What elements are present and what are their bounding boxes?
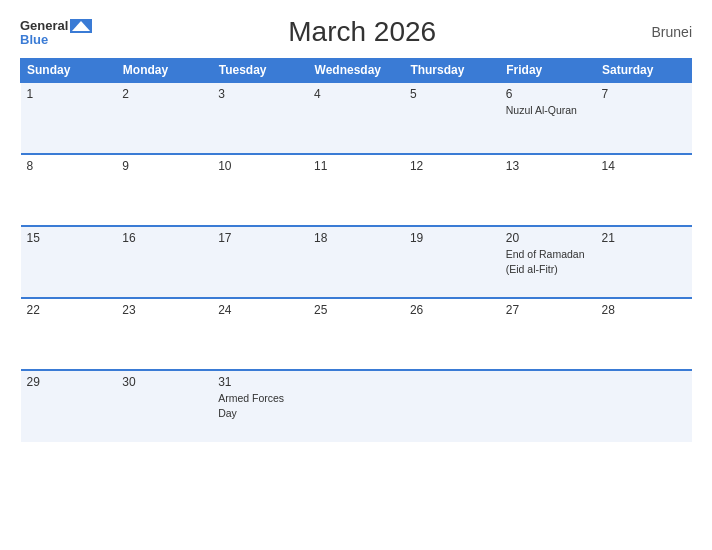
day-number: 12 [410, 159, 494, 173]
event-label: Nuzul Al-Quran [506, 104, 577, 116]
day-number: 23 [122, 303, 206, 317]
day-number: 21 [602, 231, 686, 245]
col-monday: Monday [116, 59, 212, 83]
calendar-cell: 26 [404, 298, 500, 370]
col-wednesday: Wednesday [308, 59, 404, 83]
day-number: 24 [218, 303, 302, 317]
day-number: 31 [218, 375, 302, 389]
calendar-cell: 20End of Ramadan (Eid al-Fitr) [500, 226, 596, 298]
calendar-cell: 9 [116, 154, 212, 226]
calendar-row-4: 22232425262728 [21, 298, 692, 370]
calendar-cell: 22 [21, 298, 117, 370]
country-label: Brunei [632, 24, 692, 40]
logo-general-text: General [20, 19, 68, 32]
calendar-cell: 1 [21, 82, 117, 154]
day-number: 1 [27, 87, 111, 101]
calendar-cell [404, 370, 500, 442]
page: General Blue March 2026 Brunei Sunday Mo… [0, 0, 712, 550]
day-number: 26 [410, 303, 494, 317]
day-number: 25 [314, 303, 398, 317]
calendar-cell: 31Armed Forces Day [212, 370, 308, 442]
day-number: 30 [122, 375, 206, 389]
calendar-cell: 24 [212, 298, 308, 370]
logo-flag-icon [70, 19, 92, 33]
day-number: 3 [218, 87, 302, 101]
calendar-cell: 4 [308, 82, 404, 154]
calendar-cell: 11 [308, 154, 404, 226]
day-number: 29 [27, 375, 111, 389]
col-saturday: Saturday [596, 59, 692, 83]
col-sunday: Sunday [21, 59, 117, 83]
calendar-row-1: 123456Nuzul Al-Quran7 [21, 82, 692, 154]
day-number: 9 [122, 159, 206, 173]
day-number: 13 [506, 159, 590, 173]
calendar-cell: 15 [21, 226, 117, 298]
calendar-cell: 2 [116, 82, 212, 154]
calendar-cell: 17 [212, 226, 308, 298]
col-tuesday: Tuesday [212, 59, 308, 83]
logo: General Blue [20, 19, 92, 46]
day-number: 4 [314, 87, 398, 101]
day-number: 7 [602, 87, 686, 101]
calendar-cell: 19 [404, 226, 500, 298]
day-number: 17 [218, 231, 302, 245]
calendar-cell: 5 [404, 82, 500, 154]
calendar-row-2: 891011121314 [21, 154, 692, 226]
calendar-title: March 2026 [92, 16, 632, 48]
day-number: 19 [410, 231, 494, 245]
day-number: 18 [314, 231, 398, 245]
calendar-cell: 30 [116, 370, 212, 442]
calendar-cell: 16 [116, 226, 212, 298]
header: General Blue March 2026 Brunei [20, 16, 692, 48]
calendar-cell: 29 [21, 370, 117, 442]
calendar-cell: 18 [308, 226, 404, 298]
calendar-cell: 14 [596, 154, 692, 226]
day-number: 8 [27, 159, 111, 173]
day-number: 22 [27, 303, 111, 317]
calendar-cell [308, 370, 404, 442]
col-friday: Friday [500, 59, 596, 83]
calendar-cell: 6Nuzul Al-Quran [500, 82, 596, 154]
event-label: Armed Forces Day [218, 392, 284, 419]
calendar-row-3: 151617181920End of Ramadan (Eid al-Fitr)… [21, 226, 692, 298]
calendar-table: Sunday Monday Tuesday Wednesday Thursday… [20, 58, 692, 442]
day-number: 14 [602, 159, 686, 173]
calendar-cell: 27 [500, 298, 596, 370]
calendar-cell: 21 [596, 226, 692, 298]
day-number: 16 [122, 231, 206, 245]
calendar-cell: 23 [116, 298, 212, 370]
calendar-cell: 13 [500, 154, 596, 226]
day-number: 15 [27, 231, 111, 245]
day-number: 10 [218, 159, 302, 173]
logo-blue-text: Blue [20, 33, 48, 46]
day-number: 11 [314, 159, 398, 173]
calendar-header-row: Sunday Monday Tuesday Wednesday Thursday… [21, 59, 692, 83]
event-label: End of Ramadan (Eid al-Fitr) [506, 248, 585, 275]
calendar-cell [500, 370, 596, 442]
calendar-cell: 28 [596, 298, 692, 370]
calendar-cell: 8 [21, 154, 117, 226]
day-number: 27 [506, 303, 590, 317]
calendar-row-5: 293031Armed Forces Day [21, 370, 692, 442]
day-number: 5 [410, 87, 494, 101]
col-thursday: Thursday [404, 59, 500, 83]
day-number: 20 [506, 231, 590, 245]
calendar-cell [596, 370, 692, 442]
calendar-cell: 10 [212, 154, 308, 226]
calendar-cell: 25 [308, 298, 404, 370]
day-number: 6 [506, 87, 590, 101]
calendar-cell: 12 [404, 154, 500, 226]
calendar-cell: 3 [212, 82, 308, 154]
day-number: 2 [122, 87, 206, 101]
calendar-cell: 7 [596, 82, 692, 154]
day-number: 28 [602, 303, 686, 317]
